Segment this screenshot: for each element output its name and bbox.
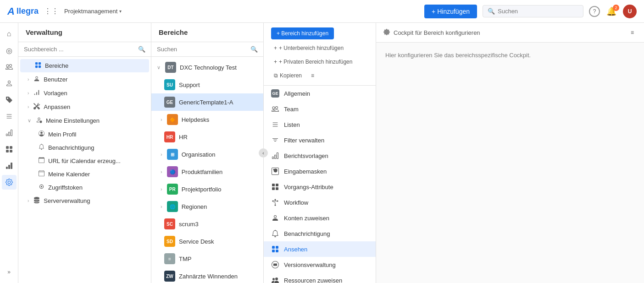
area-badge-scrum: SC xyxy=(164,218,175,229)
middle-item-produktfamilien[interactable]: › 🔵 Produktfamilien xyxy=(151,163,263,180)
right-menu-item-konten-zuweisen[interactable]: Konten zuweisen xyxy=(264,210,376,226)
help-icon[interactable]: ? xyxy=(589,6,600,17)
search-container: 🔍 xyxy=(483,5,583,17)
left-item-url-icalendar[interactable]: URL für iCalendar erzeug... xyxy=(20,154,149,167)
middle-item-tmp[interactable]: ≡ TMP xyxy=(151,250,263,267)
right-menu-item-filter[interactable]: Filter verwalten xyxy=(264,132,376,148)
search-input[interactable] xyxy=(498,8,578,15)
chevron-right-icon: › xyxy=(28,77,29,82)
left-item-meine-einstellungen[interactable]: ∨ Meine Einstellungen xyxy=(20,114,149,127)
right-menu-item-vorgangs-attribute[interactable]: Vorgangs-Attribute xyxy=(264,179,376,195)
middle-item-regionen[interactable]: › 🌐 Regionen xyxy=(151,198,263,215)
sidebar-item-reports[interactable] xyxy=(2,125,17,140)
left-search-container: 🔍 xyxy=(18,42,151,57)
left-item-label: Zugriffstoken xyxy=(48,184,83,191)
svg-point-1 xyxy=(41,186,42,187)
middle-item-dxc[interactable]: ∨ DT DXC Technology Test xyxy=(151,59,263,76)
middle-search-container: 🔍 xyxy=(151,42,263,57)
left-item-zugriffstoken[interactable]: Zugriffstoken xyxy=(20,181,149,194)
middle-item-support[interactable]: SU Support xyxy=(151,76,263,93)
right-menu-item-workflow[interactable]: Workflow xyxy=(264,195,376,210)
copy-button[interactable]: ⧉ Kopieren xyxy=(271,71,305,81)
sidebar-item-tags[interactable] xyxy=(2,93,17,107)
right-menu-item-label: Filter verwalten xyxy=(284,137,324,144)
right-menu-item-berichtsvorlagen[interactable]: Berichtsvorlagen xyxy=(264,148,376,163)
copy-icon: ⧉ xyxy=(274,72,278,79)
middle-item-helpdesks[interactable]: › 🔶 Helpdesks xyxy=(151,111,263,128)
sidebar-item-home[interactable]: ⌂ xyxy=(2,27,17,41)
left-item-benutzer[interactable]: › Benutzer xyxy=(20,73,149,86)
right-menu-item-benachrichtigung[interactable]: Benachrichtigung xyxy=(264,226,376,241)
apps-icon[interactable]: ⋮⋮ xyxy=(44,7,59,16)
middle-item-label: Produktfamilien xyxy=(182,169,223,175)
right-menu-item-ansehen[interactable]: Ansehen xyxy=(264,241,376,257)
config-more-button[interactable]: ≡ xyxy=(628,27,637,38)
sidebar-item-user[interactable] xyxy=(2,76,17,91)
left-panel: Verwaltung 🔍 Bereiche › Benutzer xyxy=(18,23,151,283)
middle-item-label: Support xyxy=(179,82,200,88)
token-icon xyxy=(39,184,44,191)
area-badge-dxc: DT xyxy=(165,62,176,73)
collapse-button[interactable]: ‹ xyxy=(259,148,268,158)
more-options-button[interactable]: ≡ xyxy=(308,71,317,81)
middle-item-organisation[interactable]: › ⊞ Organisation xyxy=(151,146,263,163)
middle-search-input[interactable] xyxy=(157,46,248,53)
left-item-meine-kalender[interactable]: Meine Kalender xyxy=(20,168,149,180)
notifications-icon[interactable]: 🔔 2 xyxy=(606,6,616,16)
right-menu-item-ressourcen-zuweisen[interactable]: Ressourcen zuweisen xyxy=(264,272,376,283)
middle-item-generictemplate[interactable]: GE GenericTemplate1-A xyxy=(151,93,263,111)
svg-rect-5 xyxy=(276,187,278,190)
right-menu-item-allgemein[interactable]: GE Allgemein xyxy=(264,86,376,101)
chevron-right-icon: › xyxy=(161,186,162,192)
middle-item-label: Regionen xyxy=(182,203,207,210)
form-icon xyxy=(271,167,279,175)
sidebar-item-teams[interactable] xyxy=(2,60,17,74)
middle-item-label: scrum3 xyxy=(179,221,199,228)
add-area-button[interactable]: + Bereich hinzufügen xyxy=(271,27,334,39)
middle-item-zahnarzte[interactable]: ZW Zahnärzte Winnenden xyxy=(151,267,263,283)
user-avatar[interactable]: U xyxy=(623,5,637,18)
left-item-vorlagen[interactable]: › Vorlagen xyxy=(20,87,149,100)
left-item-benachrichtigung[interactable]: Benachrichtigung xyxy=(20,141,149,154)
account-icon xyxy=(271,214,279,222)
sidebar-item-area-chart[interactable] xyxy=(2,158,17,173)
logo: A llegra xyxy=(7,5,39,17)
add-button[interactable]: + Hinzufügen xyxy=(424,5,477,18)
right-menu-item-eingabemasken[interactable]: Eingabemasken xyxy=(264,163,376,179)
left-search-input[interactable] xyxy=(24,46,135,53)
chevron-down-icon: ▾ xyxy=(119,9,122,14)
right-menu-item-team[interactable]: Team xyxy=(264,101,376,117)
right-menu-item-listen[interactable]: Listen xyxy=(264,117,376,132)
project-management-dropdown[interactable]: Projektmanagement ▾ xyxy=(64,8,122,15)
left-item-label: Bereiche xyxy=(45,62,68,69)
chevron-right-icon: › xyxy=(28,104,29,109)
chevron-down-icon: ∨ xyxy=(28,118,31,124)
chevron-right-icon: › xyxy=(161,169,162,174)
settings-icon xyxy=(383,29,390,37)
area-badge-zahnarzte: ZW xyxy=(164,271,175,282)
sidebar-item-analytics[interactable]: ◎ xyxy=(2,43,17,58)
add-sub-area-button[interactable]: + + Unterbereich hinzufügen xyxy=(271,43,346,53)
sidebar-item-list[interactable] xyxy=(2,109,17,124)
left-item-bereiche[interactable]: Bereiche xyxy=(20,59,149,72)
server-icon xyxy=(33,197,40,205)
add-private-area-button[interactable]: + + Privaten Bereich hinzufügen xyxy=(271,57,355,67)
sidebar-item-grid[interactable] xyxy=(2,142,17,157)
left-item-serververwaltung[interactable]: › Serververwaltung xyxy=(20,194,149,207)
middle-item-scrum3[interactable]: SC scrum3 xyxy=(151,215,263,233)
menu-icon: ≡ xyxy=(311,72,314,79)
svg-rect-4 xyxy=(272,187,275,190)
area-badge-generic: GE xyxy=(164,97,175,108)
sidebar-item-settings[interactable] xyxy=(2,175,17,190)
right-menu-item-versionsverwaltung[interactable]: Versionsverwaltung xyxy=(264,257,376,272)
middle-item-hr[interactable]: HR HR xyxy=(151,128,263,146)
sidebar-collapse-btn[interactable]: » xyxy=(2,265,17,279)
middle-item-projektportfolio[interactable]: › PR Projektportfolio xyxy=(151,180,263,198)
left-item-mein-profil[interactable]: Mein Profil xyxy=(20,128,149,141)
config-panel-title: Cockpit für Bereich konfigurieren xyxy=(394,29,480,36)
area-badge-support: SU xyxy=(164,79,175,90)
left-item-anpassen[interactable]: › Anpassen xyxy=(20,100,149,114)
left-item-label: Vorlagen xyxy=(44,90,67,97)
middle-item-service-desk[interactable]: SD Service Desk xyxy=(151,233,263,250)
plus-icon: + xyxy=(274,45,277,51)
